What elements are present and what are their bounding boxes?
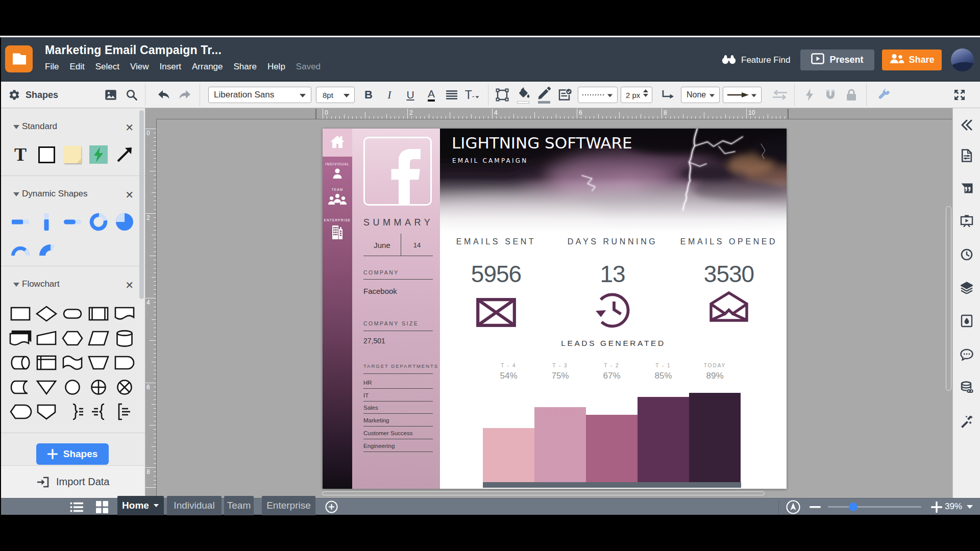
chart-bar-TODAY[interactable] (689, 393, 741, 482)
shape-frame-button[interactable] (494, 82, 510, 108)
line-color-button[interactable] (535, 82, 553, 108)
collapse-panel-icon[interactable] (953, 115, 980, 135)
menu-insert[interactable]: Insert (160, 62, 182, 72)
font-family-select[interactable]: Liberation Sans (208, 87, 311, 103)
user-avatar[interactable] (951, 48, 974, 71)
stepper-arrows[interactable] (643, 89, 648, 97)
shape-terminator[interactable] (61, 302, 84, 325)
italic-button[interactable]: I (381, 82, 398, 108)
quote-panel-icon[interactable] (953, 178, 980, 198)
document-title[interactable]: Marketing Email Campaign Tr... (45, 43, 222, 57)
step-down-icon[interactable] (643, 94, 648, 97)
shape-manual-input[interactable] (35, 327, 58, 350)
line-style-select[interactable] (578, 87, 618, 103)
shape-process[interactable] (9, 302, 32, 325)
quick-actions-button[interactable] (801, 82, 818, 108)
add-page-button[interactable] (325, 498, 338, 515)
shape-options-button[interactable] (556, 82, 574, 108)
shape-document[interactable] (113, 302, 136, 325)
page-tab-team[interactable]: Team (224, 496, 254, 515)
step-up-icon[interactable] (643, 89, 648, 92)
page-tab-home[interactable]: Home (117, 496, 164, 515)
nav-team[interactable]: TEAM (323, 188, 352, 209)
slides-icon[interactable] (953, 211, 980, 231)
close-icon[interactable]: ✕ (125, 279, 134, 291)
nav-enterprise[interactable]: ENTERPRISE (323, 218, 352, 241)
close-icon[interactable]: ✕ (125, 189, 134, 201)
add-shapes-button[interactable]: Shapes (36, 443, 109, 465)
shape-stored-data[interactable] (9, 375, 32, 399)
snap-button[interactable] (822, 82, 839, 108)
shape-direct-access-storage[interactable] (9, 351, 32, 374)
chevron-down-icon[interactable] (13, 125, 19, 129)
shape-internal-storage[interactable] (35, 351, 58, 374)
share-button[interactable]: Share (882, 49, 942, 70)
data-linking-icon[interactable] (953, 378, 980, 398)
shape-progress-bar-v[interactable] (35, 210, 58, 234)
revision-history-icon[interactable] (953, 244, 980, 265)
feature-find-button[interactable]: Feature Find (721, 54, 790, 67)
arrow-style-select[interactable] (723, 87, 762, 103)
chevron-down-icon[interactable] (13, 283, 19, 287)
shape-paper-tape[interactable] (61, 351, 84, 374)
shape-rectangle-shape[interactable] (35, 143, 58, 166)
redo-button[interactable] (177, 82, 193, 108)
chevron-down-icon[interactable] (13, 192, 19, 196)
lock-button[interactable] (843, 82, 860, 108)
zoom-menu-caret[interactable] (967, 505, 973, 509)
shape-lightning-shape[interactable] (87, 143, 110, 166)
shape-decision[interactable] (35, 302, 58, 325)
import-data-button[interactable]: Import Data (0, 465, 144, 498)
shape-summing-junction[interactable] (113, 375, 136, 399)
menu-edit[interactable]: Edit (69, 62, 84, 72)
bold-button[interactable]: B (360, 82, 377, 108)
nav-individual[interactable]: INDIVIDUAL (323, 162, 352, 181)
chart-bar-T-2[interactable] (586, 415, 638, 482)
shape-connector[interactable] (61, 375, 84, 399)
page-list-button[interactable] (70, 498, 83, 515)
font-size-select[interactable]: 8pt (316, 87, 355, 103)
connector-type-button[interactable] (658, 82, 677, 108)
shapes-panel-scrollbar[interactable] (139, 110, 144, 299)
undo-button[interactable] (156, 82, 172, 108)
present-button[interactable]: Present (800, 49, 874, 70)
shape-progress-donut[interactable] (87, 210, 110, 234)
shape-off-page-link[interactable] (35, 400, 58, 423)
shape-sticky-note-shape[interactable] (61, 143, 84, 166)
shape-arrow-shape[interactable] (113, 143, 136, 166)
zoom-level[interactable]: 39% (945, 502, 962, 512)
shape-or-junction[interactable] (87, 375, 110, 399)
menu-arrange[interactable]: Arrange (192, 62, 223, 72)
shape-progress-bar-h[interactable] (9, 210, 32, 234)
page-tab-enterprise[interactable]: Enterprise (262, 496, 315, 515)
page-settings-icon[interactable] (953, 145, 980, 166)
shape-note[interactable] (113, 400, 136, 423)
shape-progress-gauge[interactable] (9, 238, 32, 262)
shape-database[interactable] (113, 327, 136, 350)
search-shapes-button[interactable] (124, 82, 139, 108)
shape-manual-operation[interactable] (87, 351, 110, 374)
page-grid-button[interactable] (96, 498, 108, 515)
advanced-tools-button[interactable] (875, 82, 893, 108)
menu-help[interactable]: Help (267, 62, 285, 72)
reset-view-button[interactable] (786, 498, 800, 515)
chart-bar-T-4[interactable] (483, 428, 534, 482)
shape-note-left[interactable] (87, 400, 110, 423)
comments-icon[interactable] (953, 344, 980, 365)
page-tab-individual[interactable]: Individual (167, 496, 222, 515)
infographic-home-tab[interactable] (323, 129, 352, 157)
line-endpoint-select[interactable]: None (681, 87, 720, 103)
app-logo[interactable] (5, 45, 33, 72)
text-color-button[interactable]: A (423, 82, 439, 108)
menu-file[interactable]: File (45, 62, 59, 72)
menu-share[interactable]: Share (234, 62, 257, 72)
underline-button[interactable]: U (402, 82, 419, 108)
fullscreen-button[interactable] (950, 82, 969, 108)
shape-note-right[interactable] (61, 400, 84, 423)
shape-predefined-process[interactable] (87, 302, 110, 325)
vertical-scrollbar[interactable] (946, 206, 951, 391)
text-options-button[interactable]: T- (462, 82, 483, 108)
shape-display[interactable] (9, 400, 32, 423)
chart-bar-T-1[interactable] (638, 397, 689, 482)
shape-delay[interactable] (113, 351, 136, 374)
